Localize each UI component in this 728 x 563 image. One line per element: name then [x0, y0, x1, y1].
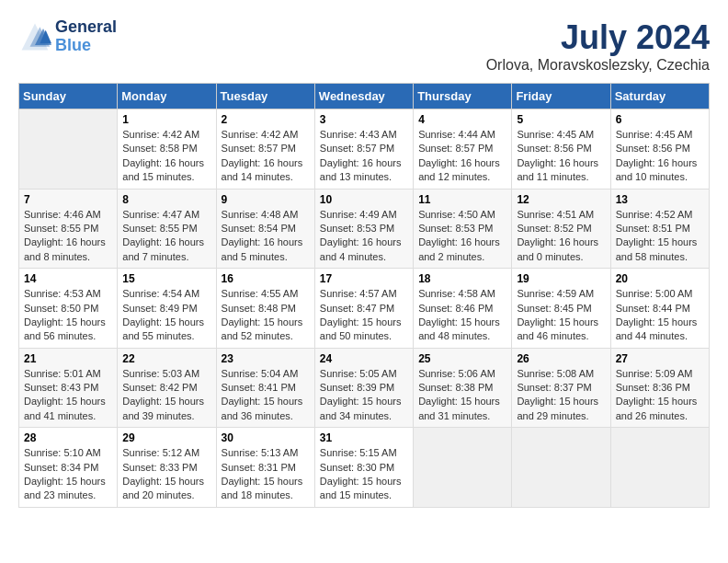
- day-info: Sunrise: 5:15 AM Sunset: 8:30 PM Dayligh…: [320, 446, 408, 503]
- day-info: Sunrise: 4:47 AM Sunset: 8:55 PM Dayligh…: [122, 208, 210, 265]
- week-row-1: 7Sunrise: 4:46 AM Sunset: 8:55 PM Daylig…: [19, 189, 710, 269]
- day-info: Sunrise: 4:48 AM Sunset: 8:54 PM Dayligh…: [222, 208, 310, 265]
- day-info: Sunrise: 4:57 AM Sunset: 8:47 PM Dayligh…: [320, 287, 408, 344]
- day-number: 7: [24, 193, 112, 206]
- day-info: Sunrise: 4:46 AM Sunset: 8:55 PM Dayligh…: [24, 208, 112, 265]
- day-number: 30: [222, 431, 310, 444]
- main-title: July 2024: [486, 18, 710, 57]
- header-day-sunday: Sunday: [19, 84, 118, 109]
- day-info: Sunrise: 4:45 AM Sunset: 8:56 PM Dayligh…: [616, 128, 704, 185]
- calendar-cell: [610, 428, 709, 508]
- day-info: Sunrise: 4:44 AM Sunset: 8:57 PM Dayligh…: [418, 128, 506, 185]
- day-number: 13: [616, 193, 704, 206]
- day-number: 25: [418, 352, 506, 365]
- day-info: Sunrise: 4:52 AM Sunset: 8:51 PM Dayligh…: [616, 208, 704, 265]
- day-number: 19: [517, 272, 605, 285]
- day-number: 15: [122, 272, 210, 285]
- title-block: July 2024 Orlova, Moravskoslezsky, Czech…: [486, 18, 710, 74]
- calendar-cell: 26Sunrise: 5:08 AM Sunset: 8:37 PM Dayli…: [512, 348, 610, 428]
- calendar-cell: 27Sunrise: 5:09 AM Sunset: 8:36 PM Dayli…: [610, 348, 709, 428]
- calendar-cell: 9Sunrise: 4:48 AM Sunset: 8:54 PM Daylig…: [216, 189, 314, 269]
- day-number: 1: [122, 113, 210, 126]
- day-info: Sunrise: 4:51 AM Sunset: 8:52 PM Dayligh…: [517, 208, 605, 265]
- calendar-cell: 30Sunrise: 5:13 AM Sunset: 8:31 PM Dayli…: [216, 428, 314, 508]
- day-info: Sunrise: 5:12 AM Sunset: 8:33 PM Dayligh…: [122, 446, 210, 503]
- day-number: 20: [616, 272, 704, 285]
- logo-icon: [18, 20, 51, 53]
- day-info: Sunrise: 5:04 AM Sunset: 8:41 PM Dayligh…: [222, 367, 310, 424]
- header-day-saturday: Saturday: [610, 84, 709, 109]
- calendar-cell: 15Sunrise: 4:54 AM Sunset: 8:49 PM Dayli…: [118, 269, 216, 349]
- day-info: Sunrise: 5:13 AM Sunset: 8:31 PM Dayligh…: [222, 446, 310, 503]
- day-number: 22: [122, 352, 210, 365]
- day-info: Sunrise: 4:42 AM Sunset: 8:58 PM Dayligh…: [122, 128, 210, 185]
- calendar-cell: 31Sunrise: 5:15 AM Sunset: 8:30 PM Dayli…: [314, 428, 413, 508]
- logo-line1: General: [55, 18, 117, 37]
- day-number: 8: [122, 193, 210, 206]
- day-number: 9: [222, 193, 310, 206]
- calendar-cell: 14Sunrise: 4:53 AM Sunset: 8:50 PM Dayli…: [19, 269, 118, 349]
- calendar-cell: 29Sunrise: 5:12 AM Sunset: 8:33 PM Dayli…: [118, 428, 216, 508]
- week-row-2: 14Sunrise: 4:53 AM Sunset: 8:50 PM Dayli…: [19, 269, 710, 349]
- calendar-cell: 18Sunrise: 4:58 AM Sunset: 8:46 PM Dayli…: [414, 269, 512, 349]
- calendar-cell: 11Sunrise: 4:50 AM Sunset: 8:53 PM Dayli…: [414, 189, 512, 269]
- day-number: 27: [616, 352, 704, 365]
- calendar-cell: 8Sunrise: 4:47 AM Sunset: 8:55 PM Daylig…: [118, 189, 216, 269]
- day-number: 2: [222, 113, 310, 126]
- day-number: 16: [222, 272, 310, 285]
- calendar-cell: 12Sunrise: 4:51 AM Sunset: 8:52 PM Dayli…: [512, 189, 610, 269]
- day-info: Sunrise: 4:49 AM Sunset: 8:53 PM Dayligh…: [320, 208, 408, 265]
- calendar-cell: 6Sunrise: 4:45 AM Sunset: 8:56 PM Daylig…: [610, 109, 709, 190]
- calendar-cell: 16Sunrise: 4:55 AM Sunset: 8:48 PM Dayli…: [216, 269, 314, 349]
- day-number: 4: [418, 113, 506, 126]
- calendar-cell: 2Sunrise: 4:42 AM Sunset: 8:57 PM Daylig…: [216, 109, 314, 190]
- calendar-cell: 10Sunrise: 4:49 AM Sunset: 8:53 PM Dayli…: [314, 189, 413, 269]
- calendar-cell: 5Sunrise: 4:45 AM Sunset: 8:56 PM Daylig…: [512, 109, 610, 190]
- logo: General Blue: [18, 18, 117, 55]
- day-number: 12: [517, 193, 605, 206]
- day-info: Sunrise: 4:55 AM Sunset: 8:48 PM Dayligh…: [222, 287, 310, 344]
- calendar-cell: 7Sunrise: 4:46 AM Sunset: 8:55 PM Daylig…: [19, 189, 118, 269]
- logo-line2: Blue: [55, 37, 117, 55]
- calendar-cell: 28Sunrise: 5:10 AM Sunset: 8:34 PM Dayli…: [19, 428, 118, 508]
- day-info: Sunrise: 5:06 AM Sunset: 8:38 PM Dayligh…: [418, 367, 506, 424]
- day-info: Sunrise: 5:01 AM Sunset: 8:43 PM Dayligh…: [24, 367, 112, 424]
- calendar-cell: 1Sunrise: 4:42 AM Sunset: 8:58 PM Daylig…: [118, 109, 216, 190]
- calendar-cell: 3Sunrise: 4:43 AM Sunset: 8:57 PM Daylig…: [314, 109, 413, 190]
- day-info: Sunrise: 5:08 AM Sunset: 8:37 PM Dayligh…: [517, 367, 605, 424]
- calendar-cell: 25Sunrise: 5:06 AM Sunset: 8:38 PM Dayli…: [414, 348, 512, 428]
- day-info: Sunrise: 4:54 AM Sunset: 8:49 PM Dayligh…: [122, 287, 210, 344]
- calendar-table: SundayMondayTuesdayWednesdayThursdayFrid…: [18, 83, 710, 508]
- day-number: 21: [24, 352, 112, 365]
- day-number: 31: [320, 431, 408, 444]
- day-info: Sunrise: 4:43 AM Sunset: 8:57 PM Dayligh…: [320, 128, 408, 185]
- day-info: Sunrise: 4:53 AM Sunset: 8:50 PM Dayligh…: [24, 287, 112, 344]
- day-number: 18: [418, 272, 506, 285]
- header-day-thursday: Thursday: [414, 84, 512, 109]
- header-row: SundayMondayTuesdayWednesdayThursdayFrid…: [19, 84, 710, 109]
- day-info: Sunrise: 4:50 AM Sunset: 8:53 PM Dayligh…: [418, 208, 506, 265]
- day-number: 29: [122, 431, 210, 444]
- header-day-friday: Friday: [512, 84, 610, 109]
- calendar-header: SundayMondayTuesdayWednesdayThursdayFrid…: [19, 84, 710, 109]
- page-header: General Blue July 2024 Orlova, Moravskos…: [18, 18, 710, 74]
- day-number: 28: [24, 431, 112, 444]
- calendar-cell: 22Sunrise: 5:03 AM Sunset: 8:42 PM Dayli…: [118, 348, 216, 428]
- logo-text: General Blue: [55, 18, 117, 55]
- calendar-cell: 24Sunrise: 5:05 AM Sunset: 8:39 PM Dayli…: [314, 348, 413, 428]
- calendar-cell: 4Sunrise: 4:44 AM Sunset: 8:57 PM Daylig…: [414, 109, 512, 190]
- calendar-cell: 13Sunrise: 4:52 AM Sunset: 8:51 PM Dayli…: [610, 189, 709, 269]
- calendar-cell: 17Sunrise: 4:57 AM Sunset: 8:47 PM Dayli…: [314, 269, 413, 349]
- day-info: Sunrise: 5:03 AM Sunset: 8:42 PM Dayligh…: [122, 367, 210, 424]
- calendar-cell: 21Sunrise: 5:01 AM Sunset: 8:43 PM Dayli…: [19, 348, 118, 428]
- calendar-cell: [414, 428, 512, 508]
- header-day-monday: Monday: [118, 84, 216, 109]
- header-day-tuesday: Tuesday: [216, 84, 314, 109]
- calendar-body: 1Sunrise: 4:42 AM Sunset: 8:58 PM Daylig…: [19, 109, 710, 508]
- week-row-0: 1Sunrise: 4:42 AM Sunset: 8:58 PM Daylig…: [19, 109, 710, 190]
- day-number: 6: [616, 113, 704, 126]
- header-day-wednesday: Wednesday: [314, 84, 413, 109]
- day-info: Sunrise: 4:58 AM Sunset: 8:46 PM Dayligh…: [418, 287, 506, 344]
- day-info: Sunrise: 5:00 AM Sunset: 8:44 PM Dayligh…: [616, 287, 704, 344]
- day-number: 17: [320, 272, 408, 285]
